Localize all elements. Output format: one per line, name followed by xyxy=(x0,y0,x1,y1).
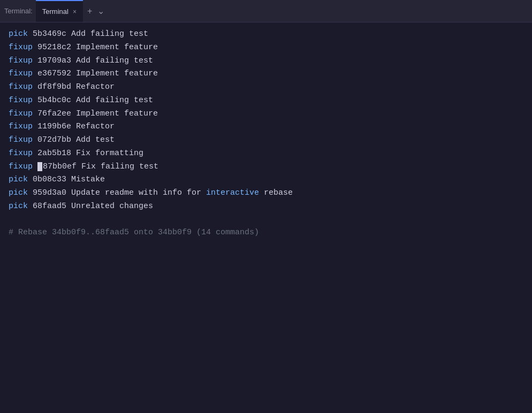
terminal-content[interactable]: pick 5b3469c Add failing testfixup 95218… xyxy=(0,22,532,413)
tab-close-button[interactable]: × xyxy=(73,9,77,15)
tab-controls: + ⌄ xyxy=(87,6,104,16)
terminal-line: fixup df8f9bd Refactor xyxy=(9,81,523,94)
terminal-line: fixup 19709a3 Add failing test xyxy=(9,55,523,68)
terminal-line: pick 0b08c33 Mistake xyxy=(9,173,523,187)
terminal-label: Terminal: xyxy=(4,7,33,15)
tab-title: Terminal xyxy=(42,7,69,16)
cursor xyxy=(37,162,42,171)
terminal-line: fixup 95218c2 Implement feature xyxy=(9,41,523,55)
terminal-line: fixup 5b4bc0c Add failing test xyxy=(9,94,523,108)
terminal-line: fixup 1199b6e Refactor xyxy=(9,120,523,134)
terminal-line: pick 5b3469c Add failing test xyxy=(9,28,523,41)
new-tab-button[interactable]: + xyxy=(87,6,92,16)
terminal-line: fixup 2ab5b18 Fix formatting xyxy=(9,147,523,160)
terminal-line xyxy=(9,213,523,227)
tab-dropdown-button[interactable]: ⌄ xyxy=(97,6,104,16)
terminal-line: pick 68faad5 Unrelated changes xyxy=(9,200,523,213)
terminal-line: pick 959d3a0 Update readme with info for… xyxy=(9,187,523,200)
terminal-line: fixup e367592 Implement feature xyxy=(9,67,523,81)
active-tab[interactable]: Terminal × xyxy=(36,0,83,22)
terminal-line: fixup 87bb0ef Fix failing test xyxy=(9,160,523,174)
terminal-line: # Rebase 34bb0f9..68faad5 onto 34bb0f9 (… xyxy=(9,226,523,240)
terminal-window: Terminal: Terminal × + ⌄ pick 5b3469c Ad… xyxy=(0,0,532,413)
terminal-line: fixup 072d7bb Add test xyxy=(9,134,523,147)
tab-bar: Terminal: Terminal × + ⌄ xyxy=(0,0,532,22)
terminal-line: fixup 76fa2ee Implement feature xyxy=(9,108,523,121)
